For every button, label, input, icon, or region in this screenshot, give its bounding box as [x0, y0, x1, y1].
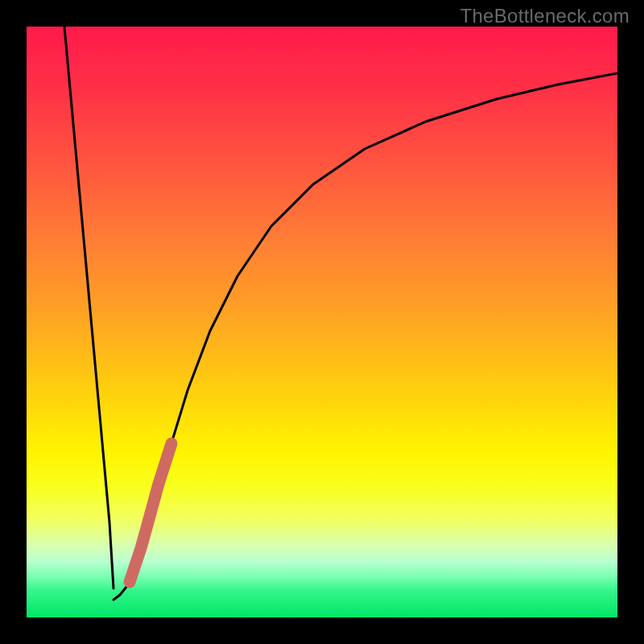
- curve-right-branch: [114, 73, 617, 600]
- highlight-segment: [130, 444, 171, 582]
- outer-frame: TheBottleneck.com: [0, 0, 644, 644]
- curve-layer: [27, 27, 617, 617]
- curve-left-branch: [64, 27, 114, 588]
- watermark-text: TheBottleneck.com: [460, 5, 630, 27]
- plot-area: [27, 27, 617, 617]
